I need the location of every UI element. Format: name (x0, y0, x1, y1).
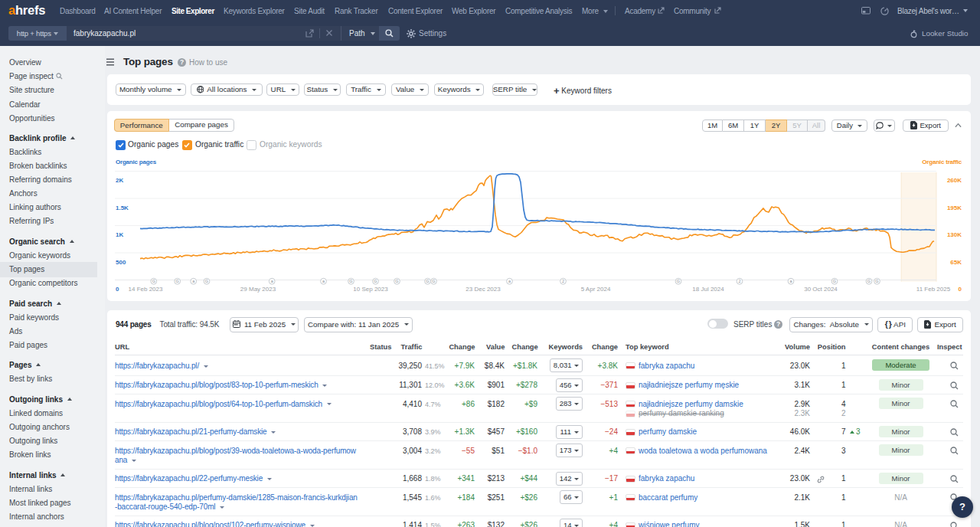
svg-text:G: G (205, 279, 208, 283)
svg-text:0: 0 (959, 286, 962, 293)
svg-text:G: G (176, 279, 179, 283)
svg-text:G: G (432, 279, 435, 283)
svg-text:260K: 260K (947, 177, 962, 184)
svg-text:195K: 195K (947, 205, 962, 211)
svg-text:14 Feb 2023: 14 Feb 2023 (129, 286, 163, 293)
svg-text:1.5K: 1.5K (116, 205, 129, 211)
svg-text:0: 0 (116, 286, 119, 293)
svg-text:G: G (395, 279, 398, 283)
svg-text:1K: 1K (116, 231, 123, 238)
svg-text:65K: 65K (950, 259, 962, 266)
svg-text:2: 2 (738, 279, 740, 283)
svg-text:29 May 2023: 29 May 2023 (240, 286, 276, 293)
svg-text:G: G (833, 279, 836, 283)
svg-text:G: G (152, 279, 155, 283)
svg-text:23 Dec 2023: 23 Dec 2023 (466, 286, 501, 293)
svg-text:G: G (867, 279, 871, 283)
svg-text:2: 2 (562, 279, 564, 283)
svg-text:11 Feb 2025: 11 Feb 2025 (916, 286, 951, 293)
svg-text:5 Apr 2024: 5 Apr 2024 (581, 286, 611, 293)
svg-text:30 Oct 2024: 30 Oct 2024 (804, 286, 838, 293)
svg-text:500: 500 (116, 259, 126, 266)
svg-text:G: G (677, 279, 680, 283)
svg-text:G: G (875, 279, 878, 283)
svg-text:G: G (426, 279, 429, 283)
svg-text:18 Jul 2024: 18 Jul 2024 (692, 286, 724, 293)
svg-text:2K: 2K (116, 177, 123, 184)
svg-text:G: G (349, 279, 352, 283)
svg-text:130K: 130K (947, 231, 962, 238)
svg-text:10 Sep 2023: 10 Sep 2023 (353, 286, 388, 293)
svg-text:G: G (374, 279, 377, 283)
